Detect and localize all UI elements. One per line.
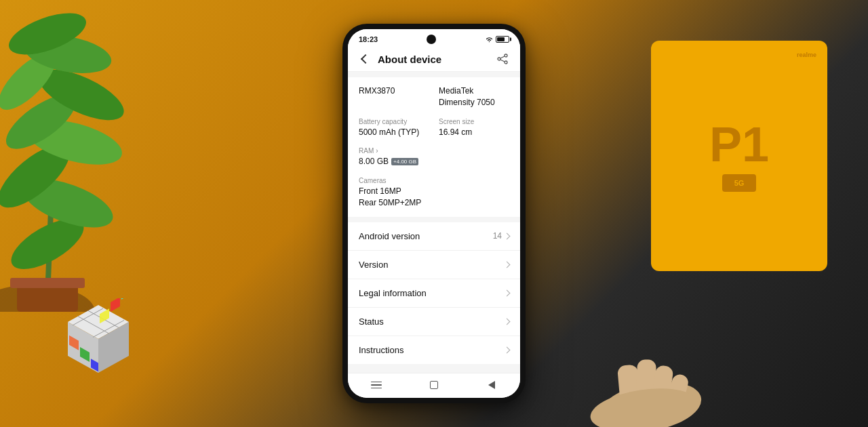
- nav-menu-button[interactable]: [367, 378, 386, 392]
- menu-item-legal[interactable]: Legal information: [348, 279, 520, 308]
- app-title: About device: [378, 54, 441, 65]
- menu-item-status-label: Status: [359, 317, 384, 327]
- battery-label: Battery capacity: [359, 118, 429, 125]
- chevron-legal-icon: [504, 289, 511, 296]
- box-5g-badge: 5G: [722, 174, 756, 192]
- menu-item-instructions-left: Instructions: [359, 345, 403, 355]
- app-bar: About device: [348, 47, 520, 72]
- screen-item: Screen size 16.94 cm: [439, 118, 509, 138]
- status-time: 18:23: [359, 35, 378, 43]
- processor-value: MediaTek Dimensity 7050: [439, 85, 509, 108]
- cameras-item: Cameras Front 16MP Rear 50MP+2MP: [359, 177, 509, 209]
- menu-item-version-right: [505, 262, 509, 267]
- svg-point-2: [4, 209, 92, 279]
- svg-point-6: [0, 85, 83, 159]
- menu-item-version[interactable]: Version: [348, 251, 520, 279]
- svg-rect-25: [121, 298, 129, 300]
- menu-item-status-right: [505, 319, 509, 324]
- model-value: RMX3870: [359, 85, 429, 97]
- menu-item-legal-left: Legal information: [359, 288, 427, 298]
- back-button[interactable]: [359, 52, 372, 66]
- svg-line-1: [47, 122, 54, 298]
- phone-screen: 18:23: [348, 29, 520, 398]
- app-bar-left: About device: [359, 52, 441, 66]
- chevron-instructions-icon: [504, 346, 511, 353]
- box-brand-label: realme: [797, 52, 816, 58]
- ram-value: 8.00 GB: [359, 156, 389, 167]
- model-item: RMX3870: [359, 85, 429, 108]
- svg-point-9: [21, 29, 114, 79]
- plant-decoration: [0, 0, 237, 312]
- nav-home-button[interactable]: [425, 378, 443, 392]
- battery-fill: [497, 37, 505, 41]
- battery-tip: [510, 38, 511, 41]
- divider-2: [348, 364, 520, 369]
- svg-point-7: [32, 60, 130, 131]
- menu-item-android-value: 14: [493, 231, 502, 241]
- status-icons: [485, 36, 509, 43]
- svg-line-35: [500, 56, 505, 58]
- ram-badge: +4.00 GB: [391, 158, 418, 165]
- svg-point-33: [498, 58, 500, 60]
- battery-indicator: [496, 36, 509, 43]
- p1-box-decoration: P1 5G realme: [651, 41, 827, 271]
- ram-label-row: RAM ›: [359, 147, 429, 155]
- svg-point-32: [505, 54, 507, 57]
- menu-item-android-version[interactable]: Android version 14: [348, 222, 520, 251]
- menu-item-status-left: Status: [359, 317, 384, 327]
- svg-point-10: [3, 5, 91, 63]
- chevron-version-icon: [504, 261, 511, 268]
- svg-line-36: [500, 60, 505, 62]
- status-bar: 18:23: [348, 29, 520, 47]
- menu-item-instructions[interactable]: Instructions: [348, 336, 520, 364]
- svg-point-3: [17, 169, 119, 238]
- menu-item-status[interactable]: Status: [348, 308, 520, 336]
- menu-item-version-left: Version: [359, 260, 388, 270]
- ram-label: RAM: [359, 147, 374, 155]
- svg-rect-12: [10, 278, 85, 288]
- svg-point-8: [0, 45, 64, 119]
- nav-menu-icon: [371, 382, 382, 389]
- phone-body: 18:23: [342, 24, 526, 403]
- front-camera: [427, 35, 436, 44]
- processor-item: MediaTek Dimensity 7050: [439, 85, 509, 108]
- battery-item: Battery capacity 5000 mAh (TYP): [359, 118, 429, 138]
- svg-rect-24: [111, 298, 120, 312]
- ram-arrow: ›: [376, 147, 378, 155]
- box-p1-label: P1: [709, 120, 769, 169]
- cameras-label: Cameras: [359, 177, 509, 184]
- menu-item-android-right: 14: [493, 231, 509, 241]
- battery-value: 5000 mAh (TYP): [359, 127, 429, 138]
- svg-point-4: [0, 134, 79, 218]
- back-arrow-icon: [361, 54, 370, 64]
- menu-item-instructions-right: [505, 348, 509, 352]
- scene: P1 5G realme 18:23: [0, 0, 868, 427]
- nav-back-button[interactable]: [482, 378, 501, 392]
- content-area: RMX3870 MediaTek Dimensity 7050 Battery …: [348, 72, 520, 373]
- menu-item-legal-label: Legal information: [359, 288, 427, 298]
- wifi-icon: [485, 36, 494, 43]
- cameras-rear: Rear 50MP+2MP: [359, 197, 509, 209]
- share-icon: [497, 54, 508, 64]
- share-button[interactable]: [496, 52, 509, 66]
- divider-1: [348, 217, 520, 222]
- screen-value: 16.94 cm: [439, 127, 509, 138]
- svg-point-34: [505, 61, 507, 64]
- menu-item-version-label: Version: [359, 260, 388, 270]
- nav-back-icon: [488, 381, 495, 389]
- menu-item-legal-right: [505, 291, 509, 296]
- menu-item-instructions-label: Instructions: [359, 345, 403, 355]
- cameras-front: Front 16MP: [359, 186, 509, 197]
- rubiks-cube-decoration: [54, 298, 149, 386]
- nav-home-icon: [430, 381, 438, 389]
- ram-item[interactable]: RAM › 8.00 GB +4.00 GB: [359, 147, 429, 167]
- chevron-status-icon: [504, 318, 511, 325]
- nav-bar: [348, 373, 520, 398]
- ram-value-row: 8.00 GB +4.00 GB: [359, 156, 429, 167]
- hand-decoration: [556, 291, 705, 427]
- screen-label: Screen size: [439, 118, 509, 125]
- svg-point-5: [22, 111, 127, 173]
- menu-section: Android version 14 Version: [348, 222, 520, 364]
- phone: 18:23: [342, 24, 526, 403]
- chevron-android-icon: [504, 232, 511, 239]
